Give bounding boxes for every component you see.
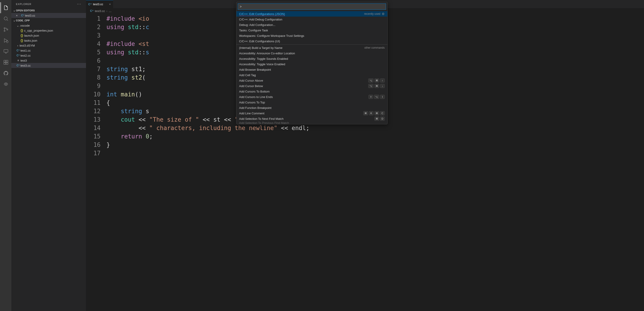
palette-item-label: Add Cell Tag: [239, 73, 256, 77]
code-line[interactable]: return 0;: [106, 132, 644, 141]
palette-item-label: Add Function Breakpoint: [239, 106, 272, 110]
keyboard-shortcut: ⌥⌘↓: [368, 84, 385, 88]
palette-item[interactable]: Add Selection To Previous Find Match: [236, 121, 388, 124]
keyboard-shortcut: ⌥⌘↑: [368, 78, 385, 82]
file-name: c_cpp_properties.json: [24, 29, 53, 32]
open-editor-item[interactable]: × C⁺ test3.cc: [11, 13, 86, 18]
palette-item[interactable]: Accessibility: Toggle Voice Enabled: [236, 61, 388, 67]
file-item[interactable]: {} launch.json: [11, 33, 86, 38]
folder-item[interactable]: › test3.dSYM: [11, 43, 86, 48]
palette-item[interactable]: Add Cursors to Line Ends ⇧⌥I: [236, 94, 388, 100]
file-item[interactable]: ≡ test3: [11, 58, 86, 63]
activity-search-icon[interactable]: [0, 13, 11, 24]
key: ⌥: [368, 84, 374, 88]
svg-rect-6: [4, 60, 6, 62]
line-number: 7: [86, 65, 100, 73]
line-number: 3: [86, 31, 100, 40]
palette-item-label: Add Selection To Next Find Match: [239, 117, 284, 120]
palette-item[interactable]: Add Cursors To Top: [236, 100, 388, 105]
svg-point-10: [5, 83, 6, 85]
folder-name: .vscode: [20, 24, 30, 27]
palette-item[interactable]: Add Cursor Below ⌥⌘↓: [236, 83, 388, 89]
palette-item-label: Add Line Comment: [239, 112, 264, 115]
cpp-file-icon: C⁺: [20, 14, 25, 17]
explorer-title: EXPLORER: [16, 3, 32, 5]
key: ⌘: [363, 111, 368, 115]
activity-remote-icon[interactable]: [0, 46, 11, 57]
activity-extensions-icon[interactable]: [0, 57, 11, 68]
palette-item[interactable]: Add Cell Tag: [236, 72, 388, 78]
explorer-sidebar: EXPLORER ··· ⌄ OPEN EDITORS × C⁺ test3.c…: [11, 0, 86, 311]
gear-icon[interactable]: ⚙: [382, 12, 385, 16]
palette-item[interactable]: Accessibility: Toggle Sounds Enabled: [236, 56, 388, 61]
line-number: 12: [86, 107, 100, 115]
folder-section[interactable]: ⌄ CODE_CPP: [11, 18, 86, 23]
line-number: 13: [86, 115, 100, 124]
palette-item-label: Accessibility: Toggle Sounds Enabled: [239, 57, 288, 60]
json-file-icon: {}: [20, 39, 24, 42]
line-number-gutter: 1234567891011121314151617: [86, 14, 106, 311]
palette-item[interactable]: Accessibility: Announce Co-editor Locati…: [236, 50, 388, 56]
activity-source-control-icon[interactable]: [0, 24, 11, 35]
palette-item[interactable]: Add Cursors To Bottom: [236, 89, 388, 94]
file-item[interactable]: {} tasks.json: [11, 38, 86, 43]
activity-bar: [0, 0, 11, 311]
code-line[interactable]: [106, 149, 644, 158]
cpp-file-icon: C⁺: [90, 9, 94, 12]
palette-item-label: Accessibility: Announce Co-editor Locati…: [239, 52, 295, 55]
palette-item[interactable]: Workspaces: Configure Workspace Trust Se…: [236, 33, 388, 38]
palette-item[interactable]: C/C++: Edit Configurations (UI): [236, 38, 388, 44]
command-palette-input[interactable]: [238, 3, 386, 10]
line-number: 2: [86, 23, 100, 31]
palette-item-label: Accessibility: Toggle Voice Enabled: [239, 62, 285, 66]
tab-close-icon[interactable]: ×: [109, 2, 111, 6]
file-item[interactable]: C⁺ test1.cc: [11, 48, 86, 53]
svg-point-1: [4, 28, 5, 29]
text-file-icon: ≡: [16, 59, 20, 62]
palette-item[interactable]: Tasks: Configure Task: [236, 27, 388, 33]
key: C: [380, 111, 385, 115]
code-line[interactable]: }: [106, 141, 644, 149]
palette-divider: [236, 44, 388, 44]
palette-item-label: (Internal) Build a Target by Name: [239, 46, 282, 49]
chevron-down-icon: ⌄: [12, 9, 16, 12]
palette-item[interactable]: Add Selection To Next Find Match ⌘D: [236, 116, 388, 121]
keyboard-shortcut: ⇧⌥I: [368, 95, 385, 99]
palette-item[interactable]: C/C++: Edit Configurations (JSON) recent…: [236, 11, 388, 16]
open-editors-section[interactable]: ⌄ OPEN EDITORS: [11, 8, 86, 13]
folder-item[interactable]: ⌄ .vscode: [11, 23, 86, 28]
activity-live-share-icon[interactable]: [0, 79, 11, 90]
palette-item[interactable]: Debug: Add Configuration...: [236, 22, 388, 27]
file-name: launch.json: [24, 34, 39, 37]
key: ↓: [380, 84, 385, 88]
svg-point-2: [4, 30, 5, 32]
file-item[interactable]: C⁺ test3.cc: [11, 63, 86, 68]
svg-rect-8: [4, 62, 6, 64]
explorer-more-icon[interactable]: ···: [77, 2, 82, 6]
palette-item[interactable]: Add Cursor Above ⌥⌘↑: [236, 78, 388, 83]
file-name: test3: [20, 59, 27, 62]
svg-point-3: [7, 29, 8, 30]
palette-item[interactable]: C/C++: Add Debug Configuration: [236, 16, 388, 22]
activity-github-icon[interactable]: [0, 68, 11, 79]
open-editor-name: test3.cc: [25, 14, 35, 17]
json-file-icon: {}: [20, 29, 24, 32]
activity-explorer-icon[interactable]: [0, 2, 11, 13]
folder-label: CODE_CPP: [16, 19, 30, 22]
keyboard-shortcut: ⌘K⌘C: [363, 111, 385, 115]
cpp-file-icon: C⁺: [88, 3, 92, 6]
folder-name: test3.dSYM: [20, 44, 35, 47]
chevron-down-icon: ⌄: [12, 19, 16, 22]
key: D: [380, 117, 385, 121]
close-editor-icon[interactable]: ×: [16, 14, 20, 17]
palette-item[interactable]: (Internal) Build a Target by Name other …: [236, 45, 388, 50]
file-name: test3.cc: [20, 64, 31, 67]
file-item[interactable]: C⁺ test2.cc: [11, 53, 86, 58]
palette-item[interactable]: Add Browser Breakpoint: [236, 67, 388, 72]
palette-item[interactable]: Add Line Comment ⌘K⌘C: [236, 110, 388, 116]
editor-tab[interactable]: C⁺ test3.cc ×: [86, 0, 113, 8]
code-line[interactable]: << " characters, including the newline" …: [106, 124, 644, 132]
palette-item[interactable]: Add Function Breakpoint: [236, 105, 388, 110]
file-item[interactable]: {} c_cpp_properties.json: [11, 28, 86, 33]
activity-run-debug-icon[interactable]: [0, 35, 11, 46]
